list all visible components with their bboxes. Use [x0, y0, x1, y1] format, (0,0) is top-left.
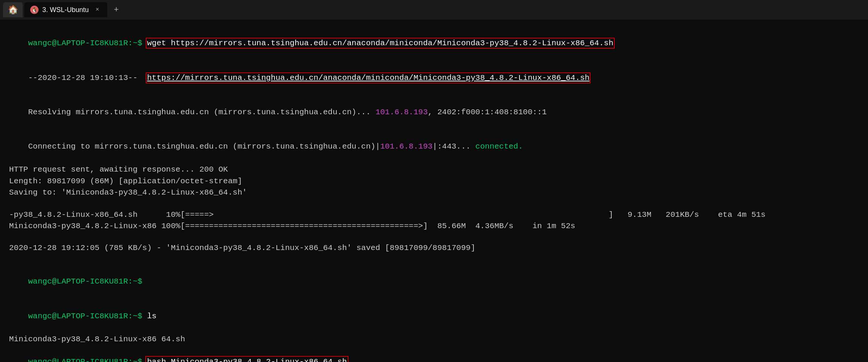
terminal-line: Resolving mirrors.tuna.tsinghua.edu.cn (… [9, 95, 859, 130]
new-tab-button[interactable]: + [109, 2, 124, 17]
terminal-line: Miniconda3-py38_4.8.2-Linux-x86 64.sh [9, 334, 859, 345]
terminal-line: -py38_4.8.2-Linux-x86_64.sh 10%[=====> ]… [9, 209, 859, 221]
titlebar: 🏠 🐧 3. WSL-Ubuntu × + [0, 0, 868, 20]
terminal[interactable]: wangc@LAPTOP-IC8KU81R:~$ wget https://mi… [0, 20, 868, 362]
active-tab[interactable]: 🐧 3. WSL-Ubuntu × [24, 2, 107, 17]
terminal-line: wangc@LAPTOP-IC8KU81R:~$ [9, 265, 859, 299]
blank-line [9, 254, 859, 265]
home-tab[interactable]: 🏠 [3, 2, 23, 17]
terminal-line: HTTP request sent, awaiting response... … [9, 164, 859, 175]
blank-line [9, 232, 859, 242]
terminal-line: wangc@LAPTOP-IC8KU81R:~$ bash Miniconda3… [9, 345, 859, 362]
blank-line [9, 199, 859, 209]
wsl-icon: 🐧 [30, 6, 39, 14]
home-icon: 🏠 [8, 5, 18, 15]
terminal-line: Saving to: 'Miniconda3-py38_4.8.2-Linux-… [9, 187, 859, 198]
terminal-line: --2020-12-28 19:10:13-- https://mirrors.… [9, 61, 859, 95]
terminal-line: Length: 89817099 (86M) [application/octe… [9, 176, 859, 187]
terminal-line: Connecting to mirrors.tuna.tsinghua.edu.… [9, 130, 859, 164]
tab-close-button[interactable]: × [96, 6, 99, 13]
tab-label: 3. WSL-Ubuntu [42, 6, 89, 14]
terminal-line: Miniconda3-py38_4.8.2-Linux-x86 100%[===… [9, 221, 859, 232]
terminal-line: wangc@LAPTOP-IC8KU81R:~$ ls [9, 299, 859, 333]
terminal-line: 2020-12-28 19:12:05 (785 KB/s) - 'Minico… [9, 242, 859, 254]
terminal-line: wangc@LAPTOP-IC8KU81R:~$ wget https://mi… [9, 26, 859, 61]
